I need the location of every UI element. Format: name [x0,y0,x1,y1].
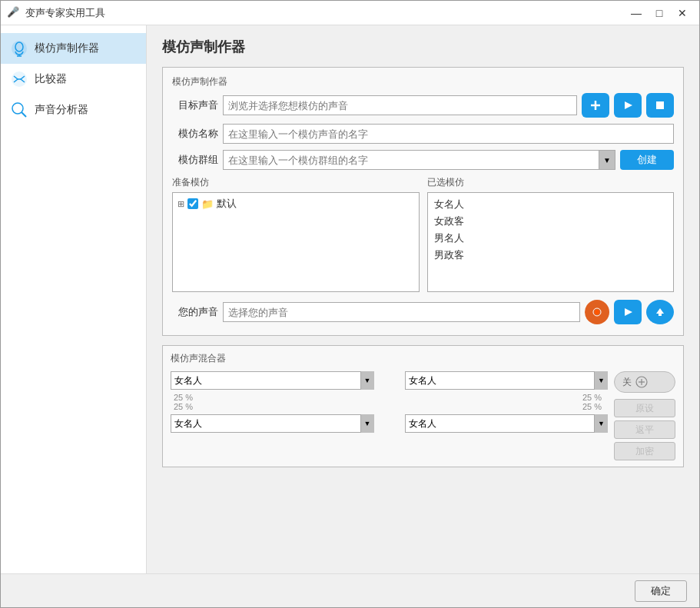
mixer-top-right-select[interactable]: 女名人 女政客 男名人 男政客 [405,371,609,390]
mixer-top-left-select-wrapper: 女名人 女政客 男名人 男政客 ▼ [171,371,374,390]
svg-line-7 [22,112,26,117]
mimic-name-input[interactable] [223,124,674,144]
sidebar-item-comparator[interactable]: 比较器 [1,64,146,95]
lists-row: 准备模仿 ⊞ 📁 默认 已选模仿 女名 [172,176,674,292]
list-item: 女政客 [431,213,671,230]
mimic-name-row: 模仿名称 [172,124,674,144]
pct-top-left: 25 % [174,393,196,402]
sidebar-item-analyzer[interactable]: 声音分析器 [1,95,146,125]
play-your-voice-button[interactable] [614,300,642,324]
mimicry-section: 模仿声制作器 目标声音 [162,67,684,336]
svg-marker-15 [656,308,664,314]
title-bar-controls: — □ ✕ [625,5,693,22]
your-voice-label: 您的声音 [172,305,218,319]
selected-mimic-label: 已选模仿 [427,176,675,189]
play-voice-button[interactable] [614,93,642,118]
target-voice-input[interactable] [223,95,577,115]
your-voice-row: 您的声音 [172,300,674,324]
mixer-grid-area: 女名人 女政客 男名人 男政客 ▼ 女名人 [171,371,608,433]
svg-marker-14 [625,308,632,316]
add-encrypt-button[interactable]: 加密 [614,442,675,460]
mixer-bottom-right-select-wrapper: 女名人 女政客 男名人 男政客 ▼ [405,414,609,433]
minimize-button[interactable]: — [625,5,647,22]
mixer-section: 模仿声混合器 女名人 女政客 男名人 男政客 [162,345,684,467]
page-title: 模仿声制作器 [162,38,684,56]
sidebar: 模仿声制作器 比较器 [1,25,147,573]
sidebar-item-comparator-label: 比较器 [35,72,67,86]
pct-bottom-row: 25 % 25 % [171,402,608,411]
app-icon: 🎤 [7,6,21,20]
title-bar-left: 🎤 变声专家实用工具 [7,6,105,20]
mixer-content: 女名人 女政客 男名人 男政客 ▼ 女名人 [171,371,675,460]
target-voice-row: 目标声音 [172,93,674,118]
mixer-bottom-row: 女名人 女政客 男名人 男政客 ▼ 女名人 [171,414,608,433]
mimic-group-input[interactable] [223,150,615,170]
svg-point-13 [595,310,599,314]
bottom-bar: 确定 [1,573,699,607]
main-window: 🎤 变声专家实用工具 — □ ✕ 模仿声 [0,0,700,608]
content-area: 模仿声制作器 比较器 [1,25,699,573]
your-voice-input[interactable] [223,302,580,322]
mimic-group-row: 模仿群组 ▼ 创建 [172,150,674,170]
list-item: 女名人 [431,196,671,213]
tree-item-row: ⊞ 📁 默认 [176,196,416,211]
pct-bottom-left: 25 % [174,402,196,411]
reset-button[interactable]: 原设 [614,399,675,417]
selected-mimic-section: 已选模仿 女名人女政客男名人男政客 [427,176,675,292]
mimic-name-label: 模仿名称 [172,127,218,141]
title-bar: 🎤 变声专家实用工具 — □ ✕ [1,1,699,25]
create-button[interactable]: 创建 [620,150,674,170]
svg-point-0 [12,41,27,56]
analyzer-icon [10,101,28,119]
ready-mimic-section: 准备模仿 ⊞ 📁 默认 [172,176,420,292]
mimic-group-select-wrapper: ▼ [223,150,615,170]
expand-icon[interactable]: ⊞ [177,199,184,209]
window-title: 变声专家实用工具 [25,6,105,20]
upload-button[interactable] [646,300,674,324]
svg-point-6 [12,103,23,114]
mixer-right-controls: 关 原设 返平 加密 [614,371,675,460]
confirm-button[interactable]: 确定 [635,580,687,602]
mixer-bottom-left-select[interactable]: 女名人 女政客 男名人 男政客 [171,414,374,433]
mixer-bottom-right-select[interactable]: 女名人 女政客 男名人 男政客 [405,414,609,433]
folder-icon: 📁 [201,198,214,210]
mixer-top-left-select[interactable]: 女名人 女政客 男名人 男政客 [171,371,374,390]
record-button[interactable] [585,300,609,324]
mixer-bottom-left-select-wrapper: 女名人 女政客 男名人 男政客 ▼ [171,414,374,433]
default-checkbox[interactable] [187,198,198,209]
svg-rect-16 [659,314,662,316]
svg-marker-10 [625,101,632,109]
pct-bottom-right: 25 % [582,402,605,411]
off-label: 关 [622,376,632,389]
mixer-top-right-select-wrapper: 女名人 女政客 男名人 男政客 ▼ [405,371,609,390]
selected-mimic-list: 女名人女政客男名人男政客 [427,192,675,292]
sidebar-item-mimicry[interactable]: 模仿声制作器 [1,33,146,64]
off-button[interactable]: 关 [614,371,675,393]
list-item: 男政客 [431,247,671,264]
ready-mimic-list: ⊞ 📁 默认 [172,192,420,292]
maximize-button[interactable]: □ [649,5,670,22]
mixer-title: 模仿声混合器 [171,352,675,365]
mixer-top-row: 女名人 女政客 男名人 男政客 ▼ 女名人 [171,371,608,390]
sidebar-item-mimicry-label: 模仿声制作器 [35,42,99,55]
stop-voice-button[interactable] [646,93,674,118]
close-button[interactable]: ✕ [672,5,693,22]
section-label: 模仿声制作器 [172,75,674,88]
list-item: 男名人 [431,230,671,247]
add-voice-button[interactable] [582,93,609,118]
tree-item-default: 默认 [217,197,237,211]
pct-top-right: 25 % [582,393,605,402]
svg-rect-11 [656,101,664,109]
prev-button[interactable]: 返平 [614,420,675,439]
main-panel: 模仿声制作器 模仿声制作器 目标声音 [147,25,699,573]
mimicry-icon [10,39,28,58]
pct-top-row: 25 % 25 % [171,393,608,402]
sidebar-item-analyzer-label: 声音分析器 [35,103,88,117]
mimic-group-label: 模仿群组 [172,153,218,167]
ready-mimic-label: 准备模仿 [172,176,420,189]
comparator-icon [10,70,28,88]
crosshair-icon [635,375,649,389]
target-voice-label: 目标声音 [172,98,218,112]
